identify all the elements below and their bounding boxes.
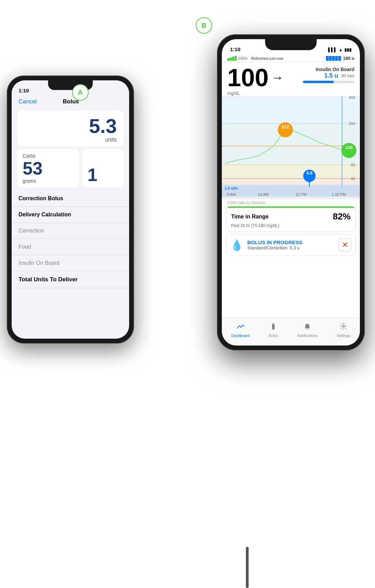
units-label: 180 u [343, 56, 354, 61]
chart-svg: 400 200 65 50 212 100 [222, 96, 360, 199]
iob-time: 30 min [341, 73, 354, 78]
tir-label: Time in Range [231, 214, 269, 220]
tab-settings[interactable]: Settings [337, 322, 351, 338]
tir-row: Time in Range 82% [226, 208, 355, 223]
bolus-in-progress-card: 💧 BOLUS IN PROGRESS Standard/Correction:… [226, 234, 356, 256]
blue-battery [326, 56, 341, 61]
svg-text:1:10 PM: 1:10 PM [332, 192, 346, 196]
correction-bolus-section: Correction Bolus [12, 191, 129, 207]
bolus-drop-icon: 💧 [230, 239, 243, 251]
bolus-progress-sub: Standard/Correction: 5.3 u [247, 245, 303, 250]
svg-text:4.6: 4.6 [306, 170, 312, 176]
bolus-value: 5.3 [89, 116, 117, 136]
dashboard-icon [237, 322, 245, 332]
pump-indicators: 100% [227, 56, 248, 61]
iob-value: 1.5 u [324, 72, 338, 79]
time-in-range-card: Time in Range 82% Past 24 hr (70-180 mg/… [226, 206, 356, 232]
phone-b-screen: 1:10 ▌▌▌ ▲ ▮▮▮ 100% [222, 39, 360, 346]
settings-label: Settings [337, 333, 351, 338]
phone-a-nav: Cancel Bolus [12, 95, 129, 108]
total-units-section: Total Units To Deliver [12, 271, 129, 288]
b-header-left: 100% Refreshed just now [227, 56, 283, 61]
iob-section: Insulin On Board [12, 255, 129, 271]
cancel-bolus-button[interactable]: ✕ [338, 238, 351, 251]
svg-point-28 [342, 325, 344, 327]
tir-subtitle: Past 24 hr (70-180 mg/dL) [226, 223, 355, 231]
nav-title: Bolus [37, 98, 105, 105]
tab-bolus[interactable]: Bolus [269, 322, 279, 338]
dashboard-label: Dashboard [231, 333, 250, 338]
settings-icon [339, 322, 348, 332]
glucose-arrow: → [271, 70, 284, 85]
iob-section: Insulin On Board 1.5 u 30 min [303, 65, 354, 83]
glucose-unit: mg/dL [227, 91, 240, 96]
glucose-iob-row: 100 → mg/dL Insulin On Board 1.5 u 30 mi… [222, 63, 360, 96]
glucose-section: 100 → mg/dL [227, 65, 284, 96]
label-b: B [196, 17, 212, 34]
glucose-chart: 400 200 65 50 212 100 [222, 96, 360, 199]
carbs-value: 53 [23, 159, 74, 178]
iob-progress-fill [303, 81, 334, 83]
cgm-credit: CGM Data by Dexcom [222, 199, 360, 206]
bolus-label: Bolus [269, 333, 279, 338]
iob-title: Insulin On Board [303, 67, 354, 72]
notifications-label: Notifications [297, 333, 318, 338]
battery-icon: ▮▮▮ [344, 47, 352, 52]
tir-percent: 82% [333, 211, 351, 222]
tab-dashboard[interactable]: Dashboard [231, 322, 250, 338]
svg-text:400: 400 [349, 96, 355, 100]
carbs-unit: grams [23, 178, 74, 184]
svg-text:212: 212 [282, 124, 289, 129]
svg-text:200: 200 [349, 122, 355, 126]
delivery-calculation-section: Delivery Calculation [12, 207, 129, 223]
tab-bar: Dashboard Bolus Notifications [222, 318, 360, 346]
cancel-button[interactable]: Cancel [19, 98, 37, 105]
svg-text:65: 65 [351, 163, 355, 167]
phone-a-screen: 1:10 Cancel Bolus 5.3 units Carbs 53 gra… [12, 80, 129, 339]
glucose-display: 100 → [227, 65, 284, 90]
food-section: Food [12, 239, 129, 255]
status-icons: ▌▌▌ ▲ ▮▮▮ [328, 47, 352, 52]
bolus-progress-text: BOLUS IN PROGRESS Standard/Correction: 5… [247, 239, 303, 250]
green-battery [227, 56, 237, 61]
charging-cable [246, 547, 249, 588]
svg-text:1.0 u/hr: 1.0 u/hr [225, 186, 238, 190]
b-header-right: 180 u [326, 56, 354, 61]
svg-text:12 PM: 12 PM [296, 192, 307, 196]
svg-text:100: 100 [345, 145, 353, 150]
refreshed-label: Refreshed just now [251, 56, 283, 60]
phone-b-notch [265, 39, 317, 50]
iob-progress-bar [303, 81, 354, 83]
carbs-card[interactable]: Carbs 53 grams [17, 149, 79, 188]
glucose-value: 100 [227, 65, 269, 90]
label-a: A [72, 84, 89, 101]
signal-icon: ▌▌▌ [328, 47, 337, 52]
carbs-label: Carbs [23, 153, 74, 159]
wifi-icon: ▲ [339, 47, 343, 52]
phone-a: 1:10 Cancel Bolus 5.3 units Carbs 53 gra… [7, 76, 134, 343]
carbs-row: Carbs 53 grams 1 [17, 149, 124, 188]
iob-details: 1.5 u 30 min [303, 72, 354, 79]
bolus-card: 5.3 units [17, 111, 124, 146]
phone-b: 1:10 ▌▌▌ ▲ ▮▮▮ 100% [217, 34, 365, 350]
correction-section: Correction [12, 223, 129, 239]
notifications-icon [303, 322, 311, 332]
svg-text:8 AM: 8 AM [227, 192, 236, 196]
svg-text:10 AM: 10 AM [258, 192, 269, 196]
green-battery-label: 100% [238, 56, 248, 60]
tab-notifications[interactable]: Notifications [297, 322, 318, 338]
bg-value: 1 [88, 166, 98, 184]
bolus-unit: units [105, 137, 117, 143]
bolus-icon [269, 322, 277, 332]
svg-text:50: 50 [351, 177, 355, 181]
bg-card[interactable]: 1 [82, 149, 124, 188]
bolus-progress-title: BOLUS IN PROGRESS [247, 239, 303, 245]
b-header: 100% Refreshed just now 180 u [222, 54, 360, 63]
